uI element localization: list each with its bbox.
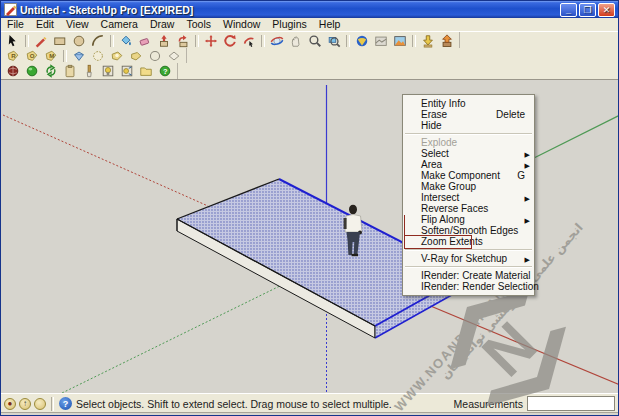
context-menu-item-label: Entity Info <box>421 98 465 109</box>
measurements-input[interactable] <box>527 396 615 411</box>
irender-render-icon[interactable] <box>4 64 22 79</box>
share-model-icon[interactable] <box>438 33 456 48</box>
context-menu-item-zoom-extents[interactable]: Zoom Extents <box>403 236 534 247</box>
arc-icon[interactable] <box>89 33 107 48</box>
toolbar-separator <box>261 35 265 47</box>
add-location-icon[interactable] <box>353 33 371 48</box>
toolbar-separator <box>195 35 199 47</box>
rectangle-icon[interactable] <box>51 33 69 48</box>
push-pull-icon[interactable] <box>155 33 173 48</box>
window-resize-edge[interactable] <box>1 412 619 416</box>
context-menu-item-v-ray-for-sketchup[interactable]: V-Ray for Sketchup▶ <box>403 253 534 264</box>
menu-draw[interactable]: Draw <box>144 18 181 31</box>
context-menu-item-label: Zoom Extents <box>421 236 483 247</box>
toolbar-separator <box>412 35 416 47</box>
context-menu: Entity InfoEraseDeleteHideExplodeSelect▶… <box>402 94 535 296</box>
context-menu-separator <box>405 249 532 251</box>
context-menu-item-make-component[interactable]: Make ComponentG <box>403 170 534 181</box>
claim-credit-icon[interactable]: ↑ <box>19 398 31 410</box>
zoom-icon[interactable] <box>306 33 324 48</box>
circle-icon[interactable] <box>70 33 88 48</box>
get-models-icon[interactable] <box>419 33 437 48</box>
sketchup-logo-icon <box>4 3 17 16</box>
geolocation-icon[interactable]: ● <box>4 398 16 410</box>
context-menu-item-reverse-faces[interactable]: Reverse Faces <box>403 203 534 214</box>
vray-omni-light-icon[interactable] <box>127 48 145 63</box>
vray-sphere-light-icon[interactable] <box>89 48 107 63</box>
vray-material-editor-icon[interactable]: M <box>42 48 60 63</box>
move-icon[interactable] <box>202 33 220 48</box>
toolbar-separator <box>110 35 114 47</box>
irender-sphere-icon[interactable] <box>23 64 41 79</box>
context-menu-item-irender-render-selection[interactable]: IRender: Render Selection <box>403 281 534 292</box>
context-menu-shortcut: Delete <box>496 109 525 120</box>
menu-edit[interactable]: Edit <box>30 18 60 31</box>
svg-text:O: O <box>30 52 35 59</box>
menu-file[interactable]: File <box>1 18 30 31</box>
zoom-extents-icon[interactable] <box>325 33 343 48</box>
context-menu-item-make-group[interactable]: Make Group <box>403 181 534 192</box>
eraser-icon[interactable] <box>136 33 154 48</box>
toolbar-main <box>1 31 618 49</box>
irender-brush-icon[interactable] <box>80 64 98 79</box>
context-menu-item-label: IRender: Create Material <box>421 270 531 281</box>
orbit-icon[interactable] <box>268 33 286 48</box>
context-menu-item-intersect[interactable]: Intersect▶ <box>403 192 534 203</box>
context-menu-item-label: Select <box>421 148 449 159</box>
vray-rect-light-icon[interactable] <box>108 48 126 63</box>
offset-icon[interactable] <box>240 33 258 48</box>
context-menu-item-label: Area <box>421 159 442 170</box>
irender-folder-icon[interactable] <box>137 64 155 79</box>
toolbar-main-panel <box>1 32 460 49</box>
red-axis-negative <box>3 115 208 206</box>
close-button[interactable]: ✕ <box>598 3 615 17</box>
maximize-button[interactable]: ❐ <box>579 3 596 17</box>
context-menu-shortcut: G <box>517 170 525 181</box>
irender-render-box-icon[interactable] <box>118 64 136 79</box>
context-menu-item-irender-create-material[interactable]: IRender: Create Material <box>403 270 534 281</box>
irender-refresh-icon[interactable] <box>42 64 60 79</box>
submenu-arrow-icon: ▶ <box>525 254 530 265</box>
follow-me-icon[interactable] <box>174 33 192 48</box>
rotate-icon[interactable] <box>221 33 239 48</box>
context-menu-item-select[interactable]: Select▶ <box>403 148 534 159</box>
context-menu-item-label: IRender: Render Selection <box>421 281 539 292</box>
minimize-button[interactable]: _ <box>560 3 577 17</box>
line-icon[interactable] <box>32 33 50 48</box>
context-menu-item-entity-info[interactable]: Entity Info <box>403 98 534 109</box>
green-axis-negative <box>60 281 290 394</box>
credit-icon[interactable] <box>34 398 46 410</box>
status-help-text: Select objects. Shift to extend select. … <box>76 398 392 410</box>
context-menu-item-erase[interactable]: EraseDelete <box>403 109 534 120</box>
svg-text:M: M <box>49 52 54 59</box>
menu-plugins[interactable]: Plugins <box>266 18 312 31</box>
menu-window[interactable]: Window <box>217 18 266 31</box>
vray-gem-icon[interactable] <box>70 48 88 63</box>
menu-view[interactable]: View <box>60 18 95 31</box>
vray-render-icon[interactable]: R <box>4 48 22 63</box>
context-menu-item-flip-along[interactable]: Flip Along▶ <box>403 214 534 225</box>
menu-tools[interactable]: Tools <box>180 18 217 31</box>
context-menu-item-soften-smooth-edges[interactable]: Soften/Smooth Edges <box>403 225 534 236</box>
menu-help[interactable]: Help <box>313 18 347 31</box>
context-menu-item-label: Hide <box>421 120 442 131</box>
irender-lamp-box-icon[interactable] <box>99 64 117 79</box>
help-icon[interactable]: ? <box>59 397 72 410</box>
toolbar-vray-panel: ROM <box>1 48 187 63</box>
pan-icon[interactable] <box>287 33 305 48</box>
context-menu-item-area[interactable]: Area▶ <box>403 159 534 170</box>
select-icon[interactable] <box>4 33 22 48</box>
context-menu-item-label: Make Component <box>421 170 500 181</box>
toggle-terrain-icon[interactable] <box>372 33 390 48</box>
toolbar-separator <box>25 35 29 47</box>
irender-clipboard-icon[interactable] <box>61 64 79 79</box>
svg-text:R: R <box>11 52 16 59</box>
vray-options-icon[interactable]: O <box>23 48 41 63</box>
irender-help-icon[interactable]: ? <box>156 64 174 79</box>
context-menu-item-hide[interactable]: Hide <box>403 120 534 131</box>
paint-bucket-icon[interactable] <box>117 33 135 48</box>
menu-camera[interactable]: Camera <box>95 18 144 31</box>
photo-textures-icon[interactable] <box>391 33 409 48</box>
vray-dome-light-icon[interactable] <box>146 48 164 63</box>
vray-infinite-plane-icon[interactable] <box>165 48 183 63</box>
